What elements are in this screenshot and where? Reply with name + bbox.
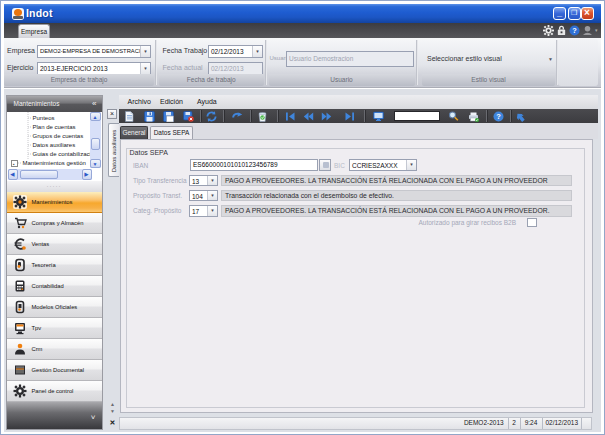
svg-text:?: ?: [572, 26, 577, 35]
svg-text:?: ?: [496, 112, 501, 121]
